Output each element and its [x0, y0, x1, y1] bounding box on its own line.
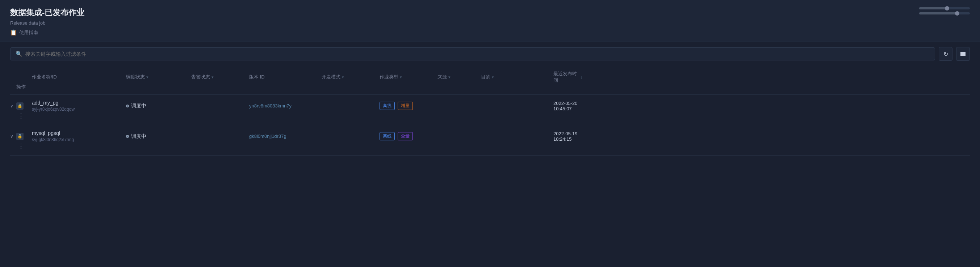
- badge-incremental-1: 增量: [398, 102, 413, 110]
- search-bar[interactable]: 🔍: [10, 47, 935, 60]
- page-header: 数据集成-已发布作业 Release data job 📋 使用指南: [0, 0, 980, 42]
- target-filter-icon: ▾: [492, 75, 494, 80]
- col-action: 操作: [10, 84, 32, 90]
- job-name-cell-2: mysql_pgsql syj-gk8l0n86q2xl7nng: [32, 130, 126, 142]
- slider-1[interactable]: [919, 7, 970, 9]
- status-indicator-1: [126, 104, 129, 107]
- status-indicator-2: [126, 135, 129, 138]
- search-input[interactable]: [25, 51, 930, 57]
- job-id-1: syj-yr8kjo6zpv82qqqw: [32, 107, 126, 112]
- job-type-filter-icon: ▾: [400, 75, 402, 80]
- expand-arrow-icon-2[interactable]: ∨: [10, 134, 13, 139]
- version-id-cell-2: gk8l0m0njj1dr37g: [249, 134, 321, 139]
- col-target[interactable]: 目的 ▾: [481, 74, 554, 80]
- source-filter-icon: ▾: [449, 75, 450, 80]
- badge-full-2: 全量: [398, 132, 413, 141]
- expand-arrow-icon[interactable]: ∨: [10, 103, 13, 109]
- action-more-1[interactable]: ⋮: [10, 112, 32, 120]
- book-icon: 📋: [10, 29, 17, 36]
- action-more-2[interactable]: ⋮: [10, 142, 32, 150]
- col-dev-mode[interactable]: 开发模式 ▾: [321, 74, 380, 80]
- table-row: ∨ 🔒 add_my_pg syj-yr8kjo6zpv82qqqw 调度中 y…: [10, 95, 970, 125]
- job-name-2: mysql_pgsql: [32, 130, 126, 136]
- job-type-cell-1: 离线 增量: [380, 102, 438, 110]
- col-name: 作业名称/ID: [32, 74, 126, 80]
- job-name-1: add_my_pg: [32, 100, 126, 106]
- search-icon: 🔍: [16, 51, 22, 57]
- refresh-button[interactable]: ↻: [939, 47, 953, 61]
- schedule-status-cell-2: 调度中: [126, 133, 191, 140]
- row-expand-1[interactable]: ∨ 🔒: [10, 103, 32, 110]
- status-dot-1: 调度中: [126, 103, 146, 109]
- schedule-status-cell-1: 调度中: [126, 103, 191, 109]
- alert-status-filter-icon: ▾: [212, 75, 214, 80]
- publish-time-cell-1: 2022-05-20 10:45:07: [554, 101, 582, 111]
- publish-time-sort-icon: ↓: [581, 75, 583, 79]
- table-header: 作业名称/ID 调度状态 ▾ 告警状态 ▾ 版本 ID 开发模式 ▾ 作业类型 …: [10, 66, 970, 95]
- svg-rect-1: [962, 52, 964, 56]
- job-id-2: syj-gk8l0n86q2xl7nng: [32, 137, 126, 142]
- svg-rect-2: [964, 52, 966, 56]
- schedule-status-filter-icon: ▾: [146, 75, 148, 80]
- page-title: 数据集成-已发布作业: [10, 7, 970, 18]
- badge-offline-1: 离线: [380, 102, 395, 110]
- col-job-type[interactable]: 作业类型 ▾: [380, 74, 438, 80]
- page-subtitle: Release data job: [10, 20, 970, 26]
- guide-link[interactable]: 📋 使用指南: [10, 29, 970, 36]
- columns-button[interactable]: [956, 47, 970, 61]
- lock-icon: 🔒: [16, 103, 24, 110]
- row-expand-2[interactable]: ∨ 🔒: [10, 133, 32, 140]
- lock-icon-2: 🔒: [16, 133, 24, 140]
- status-dot-2: 调度中: [126, 133, 146, 140]
- job-type-cell-2: 离线 全量: [380, 132, 438, 141]
- slider-2[interactable]: [919, 12, 970, 14]
- toolbar: 🔍 ↻: [0, 42, 980, 66]
- svg-rect-0: [961, 52, 962, 56]
- col-version-id: 版本 ID: [249, 74, 321, 80]
- publish-time-cell-2: 2022-05-19 18:24:15: [554, 131, 582, 142]
- col-alert-status[interactable]: 告警状态 ▾: [191, 74, 249, 80]
- badge-offline-2: 离线: [380, 132, 395, 141]
- dev-mode-filter-icon: ▾: [342, 75, 344, 80]
- job-name-cell-1: add_my_pg syj-yr8kjo6zpv82qqqw: [32, 100, 126, 112]
- header-controls: [919, 7, 970, 14]
- col-publish-time[interactable]: 最近发布时间 ↓: [554, 71, 582, 84]
- table-row: ∨ 🔒 mysql_pgsql syj-gk8l0n86q2xl7nng 调度中…: [10, 125, 970, 156]
- table-container: 作业名称/ID 调度状态 ▾ 告警状态 ▾ 版本 ID 开发模式 ▾ 作业类型 …: [0, 66, 980, 156]
- version-id-cell-1: yn8rv8m8083kmn7y: [249, 103, 321, 109]
- guide-label: 使用指南: [19, 29, 38, 36]
- col-source[interactable]: 来源 ▾: [438, 74, 481, 80]
- col-schedule-status[interactable]: 调度状态 ▾: [126, 74, 191, 80]
